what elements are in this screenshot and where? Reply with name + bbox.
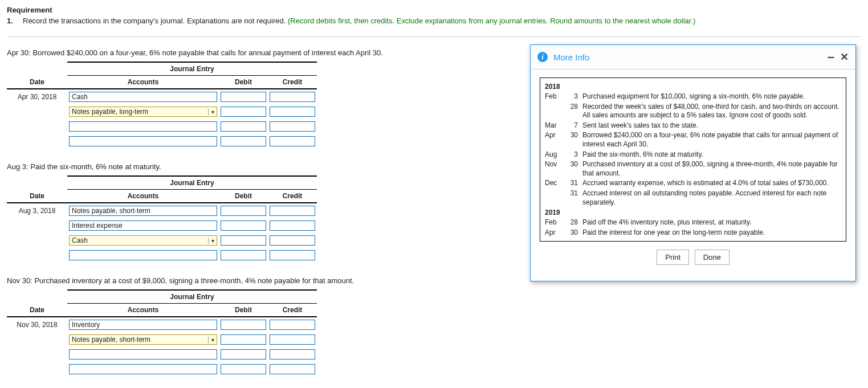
month-label: Nov <box>545 160 564 178</box>
info-text: Purchased inventory at a cost of $9,000,… <box>582 160 841 178</box>
date-cell <box>7 134 67 149</box>
table-title: Journal Entry <box>67 176 317 190</box>
info-text: Purchased equipment for $10,000, signing… <box>582 92 841 101</box>
date-cell <box>7 248 67 263</box>
account-select[interactable] <box>69 250 217 260</box>
debit-input[interactable] <box>221 107 266 117</box>
account-select[interactable] <box>69 349 217 360</box>
account-select[interactable]: Cash <box>69 92 217 102</box>
col-header-credit: Credit <box>268 304 317 317</box>
debit-input[interactable] <box>221 235 266 246</box>
info-row: Dec31Accrued warranty expense, which is … <box>545 178 841 189</box>
account-select[interactable]: Notes payable, short-term <box>69 206 217 216</box>
info-row: 28Recorded the week's sales of $48,000, … <box>545 102 841 121</box>
date-cell <box>7 119 67 134</box>
modal-body: 2018Feb3Purchased equipment for $10,000,… <box>531 70 855 281</box>
journal-section: Nov 30: Purchased inventory at a cost of… <box>0 269 868 383</box>
account-text: Cash <box>70 93 217 101</box>
credit-input[interactable] <box>270 107 315 117</box>
credit-input[interactable] <box>270 349 315 360</box>
info-icon: i <box>537 52 548 62</box>
date-cell <box>7 233 67 248</box>
chevron-down-icon[interactable]: ▾ <box>208 337 217 343</box>
col-header-accounts: Accounts <box>67 304 219 317</box>
requirement-text: 1.Record the transactions in the company… <box>7 14 861 31</box>
modal-title: More Info <box>553 52 822 62</box>
day-label: 28 <box>564 103 582 120</box>
table-title: Journal Entry <box>67 290 317 304</box>
month-label: Feb <box>545 92 564 101</box>
debit-input[interactable] <box>221 250 266 260</box>
col-header-credit: Credit <box>268 190 317 203</box>
account-select[interactable] <box>69 121 217 132</box>
month-label <box>545 189 564 207</box>
account-select[interactable] <box>69 364 217 374</box>
debit-input[interactable] <box>221 121 266 132</box>
month-label <box>545 103 564 120</box>
journal-entry-table: Journal EntryDateAccountsDebitCreditAug … <box>7 175 317 263</box>
account-text: Notes payable, short-term <box>70 336 208 344</box>
info-text: Paid the interest for one year on the lo… <box>582 228 841 238</box>
debit-input[interactable] <box>221 206 266 216</box>
account-text: Cash <box>70 236 208 244</box>
account-select[interactable]: Interest expense <box>69 220 217 231</box>
debit-input[interactable] <box>221 349 266 360</box>
month-label: Apr <box>545 228 564 238</box>
minimize-icon[interactable]: – <box>828 53 834 61</box>
credit-input[interactable] <box>270 320 315 330</box>
credit-input[interactable] <box>270 92 315 102</box>
account-text: Interest expense <box>70 222 217 230</box>
credit-input[interactable] <box>270 235 315 246</box>
date-cell: Apr 30, 2018 <box>7 89 67 104</box>
credit-input[interactable] <box>270 250 315 260</box>
month-label: Apr <box>545 131 564 149</box>
account-select[interactable]: Inventory <box>69 320 217 330</box>
credit-input[interactable] <box>270 334 315 345</box>
print-button[interactable]: Print <box>657 250 689 265</box>
debit-input[interactable] <box>221 320 266 330</box>
info-text: Sent last week's sales tax to the state. <box>582 121 841 130</box>
year-label: 2018 <box>545 81 841 92</box>
account-text: Notes payable, long-term <box>70 108 208 116</box>
credit-input[interactable] <box>270 220 315 231</box>
table-title: Journal Entry <box>67 62 317 76</box>
requirement-header: Requirement 1.Record the transactions in… <box>0 0 868 36</box>
chevron-down-icon[interactable]: ▾ <box>208 238 217 244</box>
credit-input[interactable] <box>270 121 315 132</box>
day-label: 7 <box>564 121 582 130</box>
day-label: 30 <box>564 131 582 149</box>
day-label: 3 <box>564 150 582 160</box>
col-header-debit: Debit <box>219 304 268 317</box>
info-text: Borrowed $240,000 on a four-year, 6% not… <box>582 131 841 149</box>
debit-input[interactable] <box>221 364 266 374</box>
credit-input[interactable] <box>270 206 315 216</box>
credit-input[interactable] <box>270 136 315 146</box>
month-label: Aug <box>545 150 564 160</box>
info-box: 2018Feb3Purchased equipment for $10,000,… <box>540 77 846 242</box>
account-select[interactable] <box>69 136 217 146</box>
close-icon[interactable]: ✕ <box>840 51 849 63</box>
requirement-title: Requirement <box>7 6 861 14</box>
debit-input[interactable] <box>221 220 266 231</box>
credit-input[interactable] <box>270 364 315 374</box>
info-text: Paid the six-month, 6% note at maturity. <box>582 150 841 160</box>
more-info-modal: i More Info – ✕ 2018Feb3Purchased equipm… <box>530 44 856 281</box>
day-label: 30 <box>564 228 582 238</box>
debit-input[interactable] <box>221 136 266 146</box>
month-label: Mar <box>545 121 564 130</box>
day-label: 30 <box>564 160 582 178</box>
done-button[interactable]: Done <box>695 250 730 265</box>
date-cell <box>7 347 67 362</box>
info-row: Aug3Paid the six-month, 6% note at matur… <box>545 150 841 160</box>
chevron-down-icon[interactable]: ▾ <box>208 109 217 115</box>
date-cell: Aug 3, 2018 <box>7 203 67 218</box>
debit-input[interactable] <box>221 92 266 102</box>
account-select[interactable]: Notes payable, long-term▾ <box>69 107 217 117</box>
debit-input[interactable] <box>221 334 266 345</box>
year-label: 2019 <box>545 207 841 218</box>
info-row: 31Accrued interest on all outstanding no… <box>545 189 841 207</box>
account-select[interactable]: Cash▾ <box>69 235 217 246</box>
date-cell <box>7 362 67 377</box>
journal-section: Dec 31: Accrued warranty expense, which … <box>0 383 868 388</box>
account-select[interactable]: Notes payable, short-term▾ <box>69 334 217 345</box>
